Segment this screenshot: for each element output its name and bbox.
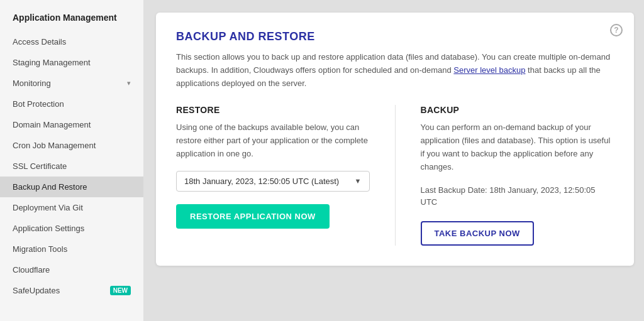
main-content: ? BACKUP AND RESTORE This section allows…: [143, 0, 644, 321]
sidebar-item-monitoring[interactable]: Monitoring▾: [0, 73, 143, 94]
restore-dropdown-value: 18th January, 2023, 12:50:05 UTC (Latest…: [184, 177, 339, 186]
restore-title: RESTORE: [176, 105, 370, 115]
sidebar-item-label: Domain Management: [13, 120, 91, 129]
sidebar-item-label: Application Settings: [13, 224, 84, 233]
sidebar-item-migration-tools[interactable]: Migration Tools: [0, 239, 143, 259]
backup-title: BACKUP: [421, 105, 614, 115]
new-badge: NEW: [110, 286, 131, 295]
sidebar-item-label: Cloudflare: [13, 265, 50, 275]
sidebar-item-label: Bot Protection: [13, 99, 64, 109]
chevron-down-icon: ▾: [127, 79, 131, 87]
sidebar-item-label: SSL Certificate: [13, 161, 67, 171]
sidebar: Application Management Access DetailsSta…: [0, 0, 143, 321]
backup-column: BACKUP You can perform an on-demand back…: [421, 105, 614, 245]
sidebar-item-access-details[interactable]: Access Details: [0, 31, 143, 52]
restore-column: RESTORE Using one of the backups availab…: [176, 105, 370, 245]
panel-columns: RESTORE Using one of the backups availab…: [176, 105, 614, 245]
sidebar-item-staging-management[interactable]: Staging Management: [0, 52, 143, 73]
sidebar-item-ssl-certificate[interactable]: SSL Certificate: [0, 156, 143, 177]
sidebar-item-deployment-via-git[interactable]: Deployment Via Git: [0, 197, 143, 218]
column-divider: [395, 105, 396, 245]
backup-restore-panel: ? BACKUP AND RESTORE This section allows…: [156, 13, 634, 266]
sidebar-item-label: Cron Job Management: [13, 141, 96, 150]
sidebar-item-label: Backup And Restore: [13, 182, 87, 192]
sidebar-item-label: Deployment Via Git: [13, 203, 83, 212]
sidebar-item-safeupdates[interactable]: SafeUpdatesNEW: [0, 280, 143, 301]
server-level-backup-link[interactable]: Server level backup: [453, 65, 525, 75]
take-backup-now-button[interactable]: TAKE BACKUP NOW: [421, 221, 534, 246]
sidebar-item-domain-management[interactable]: Domain Management: [0, 114, 143, 135]
backup-description: You can perform an on-demand backup of y…: [421, 121, 614, 173]
sidebar-item-label: Migration Tools: [13, 244, 67, 254]
sidebar-item-label: Access Details: [13, 37, 66, 46]
sidebar-title: Application Management: [0, 13, 143, 31]
sidebar-item-label: Staging Management: [13, 58, 91, 67]
restore-application-now-button[interactable]: RESTORE APPLICATION NOW: [176, 204, 330, 229]
sidebar-item-label: Monitoring: [13, 79, 51, 88]
last-backup-date: Last Backup Date: 18th January, 2023, 12…: [421, 184, 614, 209]
sidebar-item-cloudflare[interactable]: Cloudflare: [0, 259, 143, 280]
sidebar-item-application-settings[interactable]: Application Settings: [0, 218, 143, 239]
sidebar-item-backup-and-restore[interactable]: Backup And Restore: [0, 177, 143, 197]
panel-title: BACKUP AND RESTORE: [176, 30, 614, 43]
dropdown-arrow-icon: ▼: [355, 177, 362, 185]
sidebar-item-label: SafeUpdates: [13, 286, 60, 295]
sidebar-item-bot-protection[interactable]: Bot Protection: [0, 94, 143, 114]
panel-description: This section allows you to back up and r…: [176, 51, 614, 90]
sidebar-item-cron-job-management[interactable]: Cron Job Management: [0, 135, 143, 156]
restore-backup-dropdown[interactable]: 18th January, 2023, 12:50:05 UTC (Latest…: [176, 171, 370, 192]
restore-description: Using one of the backups available below…: [176, 121, 370, 160]
help-icon[interactable]: ?: [610, 24, 623, 36]
